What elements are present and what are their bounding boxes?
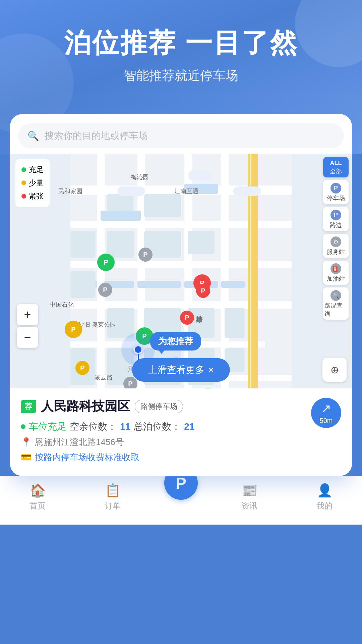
nav-item-order[interactable]: 📋 订单 <box>86 483 139 511</box>
spaces-label: 空余位数： <box>70 420 117 433</box>
info-title-row: 荐 人民路科技园区 路侧停车场 <box>21 398 311 415</box>
nav-label-order: 订单 <box>105 500 121 511</box>
filter-label-roadside: 路边 <box>330 221 342 229</box>
legend-dot-yellow <box>21 180 26 185</box>
locate-button[interactable]: ⊕ <box>322 358 347 382</box>
svg-rect-20 <box>107 194 133 211</box>
zoom-out-button[interactable]: − <box>17 327 38 348</box>
svg-rect-17 <box>137 281 181 288</box>
map-roads-svg <box>10 154 352 388</box>
filter-btn-traffic[interactable]: 🔍 路况查询 <box>323 287 349 320</box>
nav-item-profile[interactable]: 👤 我的 <box>298 483 351 511</box>
recommend-tag: 荐 <box>21 400 36 413</box>
filter-label-service: 服务站 <box>327 248 345 256</box>
total-count: 21 <box>184 421 194 432</box>
nav-center-p-label: P <box>176 474 186 492</box>
marker-p-label: P <box>103 286 107 294</box>
legend-dot-red <box>21 194 26 199</box>
status-dot <box>21 424 25 429</box>
filter-panel: ALL 全部 P 停车场 P 路边 ⚙ 服务站 ⛽ 加油站 🔍 路况查询 <box>323 157 349 320</box>
marker-p-label: P <box>201 287 205 295</box>
legend-label-tight: 紧张 <box>29 190 44 203</box>
slide-up-label: 上滑查看更多 <box>148 364 204 376</box>
filter-icon-service: ⚙ <box>330 236 341 247</box>
marker-p-label: P <box>128 380 132 388</box>
info-status-row: 车位充足 空余位数： 11 总泊位数： 21 <box>21 420 311 433</box>
marker-p-label: P <box>104 259 108 266</box>
fee-icon: 💳 <box>21 452 32 463</box>
filter-icon-parking: P <box>330 183 341 194</box>
marker-gray-1[interactable]: P <box>138 248 153 262</box>
search-icon: 🔍 <box>27 130 39 142</box>
svg-rect-13 <box>101 211 141 221</box>
marker-p-label: P <box>80 364 84 372</box>
marker-yellow-1[interactable]: P <box>65 321 82 338</box>
marker-p-label: P <box>185 314 189 322</box>
info-addr-row: 📍 恩施州江澄北路1456号 <box>21 436 311 448</box>
slide-up-close[interactable]: × <box>208 365 214 375</box>
home-icon: 🏠 <box>30 483 46 498</box>
legend-dot-green <box>21 167 26 172</box>
nav-label-home: 首页 <box>29 500 46 511</box>
slide-up-button[interactable]: 上滑查看更多 × <box>132 358 230 382</box>
legend-label-few: 少量 <box>29 176 44 190</box>
filter-btn-parking[interactable]: P 停车场 <box>323 180 349 204</box>
park-type-badge: 路侧停车场 <box>135 400 183 413</box>
filter-btn-gas[interactable]: ⛽ 加油站 <box>323 261 349 285</box>
svg-rect-7 <box>97 154 105 388</box>
svg-rect-36 <box>188 170 212 180</box>
marker-red-3[interactable]: P <box>196 284 210 298</box>
map-area[interactable]: 梅沁园 民和家园 江南互通 中国石化 金沙旧·奥莱公园 梅江东苑·南区 江南苑 … <box>10 154 352 388</box>
marker-p-label: P <box>143 251 147 259</box>
marker-yellow-2[interactable]: P <box>75 361 89 375</box>
legend: 充足 少量 紧张 <box>15 159 50 207</box>
search-bar[interactable]: 🔍 搜索你的目的地或停车场 <box>18 123 344 148</box>
filter-label-traffic: 路况查询 <box>324 302 347 318</box>
legend-item-few: 少量 <box>21 176 44 190</box>
main-title: 泊位推荐 一目了然 <box>20 27 342 59</box>
filter-icon-all: ALL <box>330 160 342 167</box>
filter-icon-roadside: P <box>330 210 341 220</box>
recommend-bubble: 为您推荐 <box>150 332 201 351</box>
info-card: 荐 人民路科技园区 路侧停车场 车位充足 空余位数： 11 总泊位数： 21 📍… <box>10 388 352 476</box>
filter-icon-traffic: 🔍 <box>330 290 341 301</box>
legend-label-sufficient: 充足 <box>29 163 44 176</box>
sub-title: 智能推荐就近停车场 <box>20 67 342 84</box>
svg-rect-30 <box>225 308 245 338</box>
order-icon: 📋 <box>105 483 121 498</box>
nav-arrow-icon: ↗ <box>321 401 331 416</box>
filter-btn-all[interactable]: ALL 全部 <box>323 157 349 177</box>
locate-icon: ⊕ <box>330 364 339 376</box>
recommend-bubble-text: 为您推荐 <box>158 336 193 346</box>
empty-count: 11 <box>120 421 130 432</box>
zoom-in-button[interactable]: + <box>17 304 38 325</box>
info-card-header: 荐 人民路科技园区 路侧停车场 车位充足 空余位数： 11 总泊位数： 21 📍… <box>21 398 341 463</box>
nav-dist-label: 50m <box>320 417 333 425</box>
addr-icon: 📍 <box>21 437 32 447</box>
legend-item-tight: 紧张 <box>21 190 44 203</box>
navigate-button[interactable]: ↗ 50m <box>311 398 341 428</box>
zoom-controls: + − <box>17 304 38 348</box>
info-fee-row: 💳 按路内停车场收费标准收取 <box>21 451 311 463</box>
svg-rect-14 <box>184 184 218 194</box>
filter-btn-service[interactable]: ⚙ 服务站 <box>323 234 349 258</box>
marker-gray-2[interactable]: P <box>98 283 112 297</box>
nav-item-news[interactable]: 📰 资讯 <box>223 483 276 511</box>
status-text: 车位充足 <box>29 420 66 433</box>
filter-label-gas: 加油站 <box>327 275 345 283</box>
filter-label-all: 全部 <box>330 167 342 175</box>
park-name: 人民路科技园区 <box>41 398 130 415</box>
svg-rect-27 <box>107 308 134 338</box>
filter-label-parking: 停车场 <box>327 194 345 202</box>
legend-item-sufficient: 充足 <box>21 163 44 176</box>
marker-red-2[interactable]: P <box>180 311 194 325</box>
svg-rect-19 <box>221 281 245 288</box>
filter-btn-roadside[interactable]: P 路边 <box>323 207 349 231</box>
news-icon: 📰 <box>242 483 257 498</box>
nav-item-home[interactable]: 🏠 首页 <box>11 483 64 511</box>
bottom-nav: 🏠 首页 📋 订单 📰 资讯 👤 我的 P <box>0 476 362 525</box>
svg-rect-21 <box>144 194 181 217</box>
addr-text: 恩施州江澄北路1456号 <box>35 436 124 448</box>
profile-icon: 👤 <box>317 483 333 498</box>
marker-green-1[interactable]: P <box>97 254 115 271</box>
